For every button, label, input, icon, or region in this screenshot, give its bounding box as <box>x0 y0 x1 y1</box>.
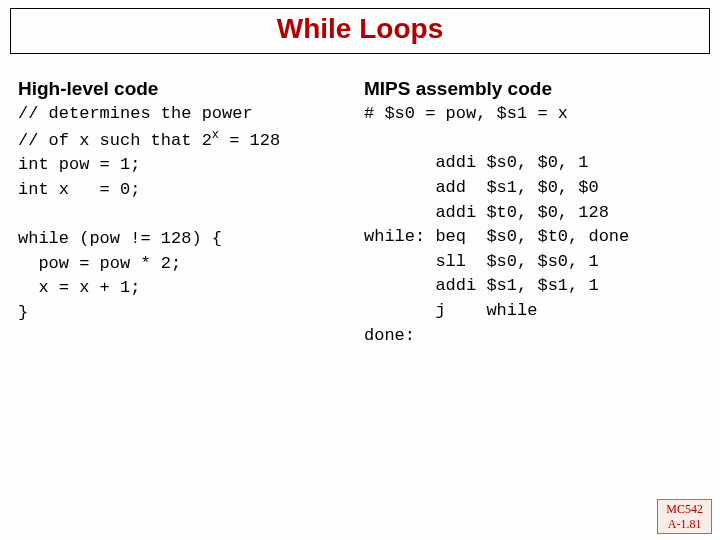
high-level-code: // determines the power // of x such tha… <box>18 102 356 325</box>
content-columns: High-level code // determines the power … <box>0 78 720 348</box>
left-column: High-level code // determines the power … <box>18 78 356 348</box>
left-heading: High-level code <box>18 78 356 100</box>
footer-badge: MC542 A-1.81 <box>657 499 712 534</box>
slide-title: While Loops <box>277 13 443 44</box>
mips-code: # $s0 = pow, $s1 = x addi $s0, $0, 1 add… <box>364 102 702 348</box>
footer-page: A-1.81 <box>666 517 703 531</box>
right-column: MIPS assembly code # $s0 = pow, $s1 = x … <box>364 78 702 348</box>
right-heading: MIPS assembly code <box>364 78 702 100</box>
footer-course: MC542 <box>666 502 703 516</box>
title-box: While Loops <box>10 8 710 54</box>
